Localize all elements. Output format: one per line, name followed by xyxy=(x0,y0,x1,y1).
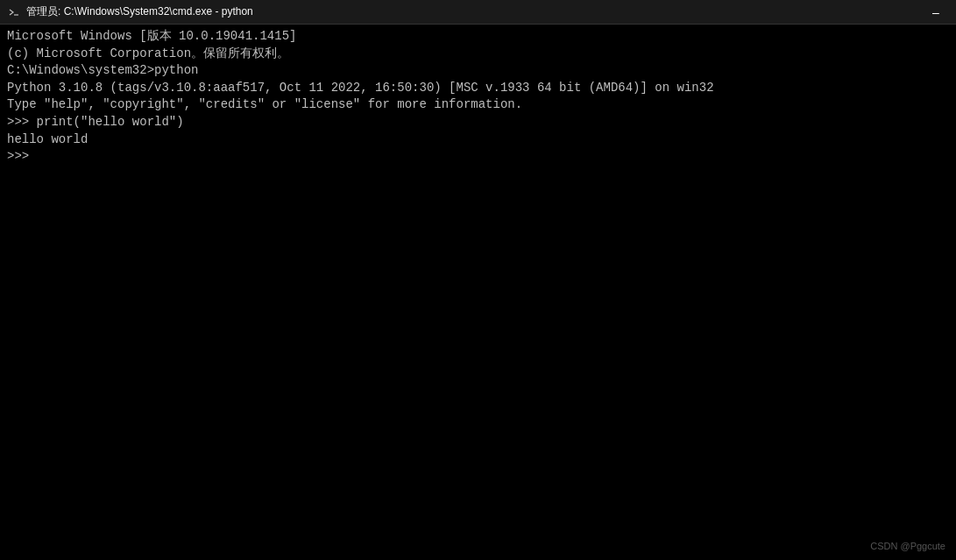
console-line-4: Python 3.10.8 (tags/v3.10.8:aaaf517, Oct… xyxy=(7,80,949,97)
console-line-5: Type "help", "copyright", "credits" or "… xyxy=(7,96,949,114)
titlebar-controls: – xyxy=(923,0,949,25)
titlebar: 管理员: C:\Windows\System32\cmd.exe - pytho… xyxy=(0,0,956,25)
console-output: Microsoft Windows [版本 10.0.19041.1415] (… xyxy=(7,28,949,166)
titlebar-left: 管理员: C:\Windows\System32\cmd.exe - pytho… xyxy=(7,4,253,19)
console-line-8: >>> xyxy=(7,148,949,166)
console-line-6: >>> print("hello world") xyxy=(7,114,949,131)
console-area[interactable]: Microsoft Windows [版本 10.0.19041.1415] (… xyxy=(0,25,956,560)
console-line-7: hello world xyxy=(7,131,949,149)
console-line-3: C:\Windows\system32>python xyxy=(7,62,949,80)
console-line-0: Microsoft Windows [版本 10.0.19041.1415] xyxy=(7,28,949,46)
cmd-icon xyxy=(7,5,21,19)
console-line-1: (c) Microsoft Corporation。保留所有权利。 xyxy=(7,46,949,63)
watermark: CSDN @Pggcute xyxy=(870,540,945,553)
window: 管理员: C:\Windows\System32\cmd.exe - pytho… xyxy=(0,0,956,560)
window-title: 管理员: C:\Windows\System32\cmd.exe - pytho… xyxy=(26,4,253,19)
minimize-button[interactable]: – xyxy=(923,0,949,25)
